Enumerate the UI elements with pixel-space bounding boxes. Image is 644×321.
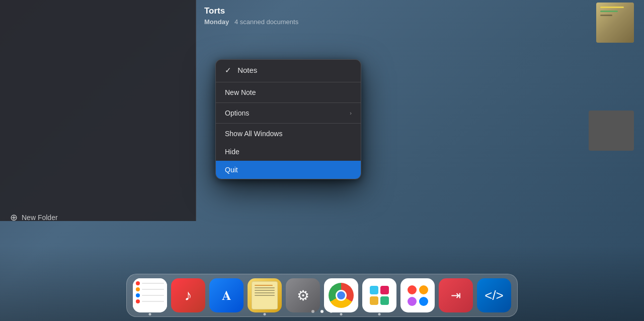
notes-icon-line-1 [255, 285, 273, 286]
menu-item-new-note[interactable]: New Note [216, 83, 361, 101]
music-note-icon: ♪ [185, 287, 192, 304]
menu-item-notes-content: ✓ Notes [225, 66, 257, 75]
menu-item-notes[interactable]: ✓ Notes [216, 60, 361, 81]
thumb-line-1 [600, 7, 624, 8]
menu-item-hide[interactable]: Hide [216, 143, 361, 161]
reminder-dot-blue [136, 293, 140, 297]
note-meta: 4 scanned documents [234, 18, 298, 26]
gear-icon: ⚙ [297, 287, 309, 304]
dock-app-slack[interactable] [362, 278, 396, 312]
menu-divider-3 [216, 123, 361, 124]
dock-dot-1 [311, 310, 314, 313]
dock-app-reminders[interactable] [133, 278, 167, 312]
reminder-dot-orange [136, 287, 140, 291]
craft-dot-orange [419, 285, 428, 294]
reminder-row-4 [136, 299, 164, 303]
chrome-inner-circle [336, 290, 347, 301]
dock-app-music[interactable]: ♪ [171, 278, 205, 312]
check-mark-icon: ✓ [225, 66, 233, 74]
thumb-line-3 [600, 15, 612, 16]
slack-piece-teal [370, 286, 378, 294]
note-title: Torts [204, 6, 405, 16]
note-thumbnail-bottom [589, 111, 634, 151]
note-subtitle: Monday 4 scanned documents [204, 18, 405, 26]
dock-app-craft[interactable] [400, 278, 435, 312]
slack-icon [367, 283, 392, 308]
dock-page-indicators [311, 310, 333, 313]
reminder-dot-red [136, 281, 140, 285]
menu-item-quit[interactable]: Quit [216, 161, 361, 179]
dock-app-notes[interactable] [248, 278, 282, 312]
menu-item-options-label: Options [225, 109, 249, 117]
chevron-right-icon: › [350, 110, 352, 116]
dock-dot-3 [330, 310, 333, 313]
craft-icon [406, 283, 430, 308]
menu-item-quit-label: Quit [225, 166, 238, 174]
notes-icon [252, 281, 278, 309]
vscode-icon: </> [485, 288, 504, 303]
slack-piece-pink [380, 286, 389, 294]
plus-icon: ⊕ [10, 212, 18, 223]
reminder-line-1 [142, 283, 164, 284]
reminder-row-1 [136, 281, 164, 285]
menu-item-new-note-label: New Note [225, 88, 256, 96]
reminder-line-2 [142, 289, 164, 290]
dock-indicator-chrome [340, 313, 343, 315]
dock-indicator-slack [378, 313, 381, 315]
reminder-line-3 [142, 295, 164, 296]
dock-dot-2-active [320, 310, 324, 313]
craft-dot-red [408, 285, 417, 294]
note-thumbnail-top [596, 3, 634, 43]
reminder-row-3 [136, 293, 164, 297]
craft-dot-purple [408, 297, 417, 306]
dock-indicator-reminders [149, 313, 151, 315]
thumb-line-2 [600, 11, 618, 12]
dock-app-chrome[interactable] [324, 278, 358, 312]
sidebar-panel [0, 0, 196, 221]
menu-item-hide-label: Hide [225, 148, 239, 156]
notes-icon-line-3 [255, 290, 275, 291]
dock-indicator-notes [264, 313, 266, 315]
craft-dot-blue [419, 297, 428, 306]
menu-item-show-all-windows-label: Show All Windows [225, 130, 282, 138]
menu-divider-1 [216, 82, 361, 82]
notes-icon-line-5 [255, 295, 275, 296]
context-menu: ✓ Notes New Note Options › Show All Wind… [215, 59, 361, 179]
menu-divider-2 [216, 102, 361, 103]
menu-item-notes-label: Notes [237, 66, 257, 74]
new-folder-label: New Folder [22, 213, 58, 222]
dock-app-appstore[interactable]: 𝐀 [209, 278, 244, 312]
notes-icon-line-2 [255, 287, 275, 288]
slack-piece-yellow [370, 296, 378, 305]
paste-icon: ⇥ [451, 288, 461, 302]
note-list-item[interactable]: Torts Monday 4 scanned documents [196, 0, 413, 32]
dock-app-sysprefs[interactable]: ⚙ [286, 278, 320, 312]
menu-item-options[interactable]: Options › [216, 104, 361, 122]
notes-icon-line-4 [255, 292, 275, 293]
thumbnail-content [600, 7, 630, 39]
new-folder-button[interactable]: ⊕ New Folder [10, 212, 58, 223]
reminder-row-2 [136, 287, 164, 291]
chrome-icon [329, 283, 354, 308]
reminders-icon [133, 278, 167, 312]
reminder-dot-red-2 [136, 299, 140, 303]
slack-piece-green [380, 296, 389, 305]
reminder-line-4 [142, 301, 164, 302]
dock-app-vscode[interactable]: </> [477, 278, 511, 312]
note-day: Monday [204, 18, 229, 26]
appstore-icon: 𝐀 [222, 288, 231, 303]
menu-item-show-all-windows[interactable]: Show All Windows [216, 125, 361, 143]
dock-app-paste[interactable]: ⇥ [439, 278, 473, 312]
thumbnail-image [596, 3, 634, 43]
